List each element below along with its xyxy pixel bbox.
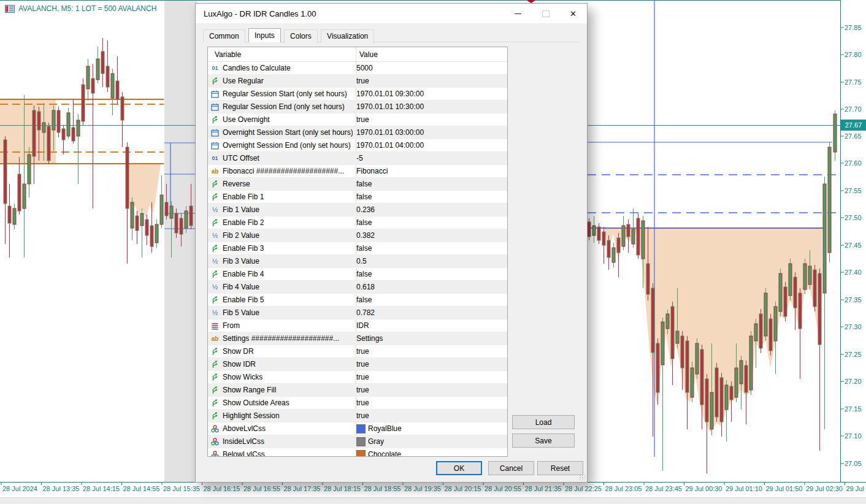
param-row[interactable]: Enable Fib 2false	[208, 216, 507, 229]
param-value[interactable]: true	[356, 373, 369, 381]
param-row[interactable]: Show Outside Areastrue	[208, 397, 507, 410]
param-row[interactable]: InsideLvlCssGray	[208, 435, 507, 448]
param-row[interactable]: AboveLvlCssRoyalBlue	[208, 422, 507, 435]
param-row[interactable]: Enable Fib 5false	[208, 294, 507, 307]
time-tick-label: 28 Jul 14:55	[123, 486, 160, 492]
param-row[interactable]: Enable Fib 4false	[208, 268, 507, 281]
param-value[interactable]: IDR	[356, 321, 369, 330]
param-row[interactable]: Show DRtrue	[208, 345, 507, 358]
color-type-icon	[211, 438, 219, 446]
tab-common[interactable]: Common	[203, 29, 245, 43]
param-value[interactable]: true	[356, 77, 369, 85]
param-value[interactable]: 1970.01.01 04:00:00	[356, 141, 424, 150]
time-tick-label: 28 Jul 23:05	[605, 486, 642, 492]
time-tick-label: 28 Jul 18:55	[364, 486, 401, 492]
param-value[interactable]: 1970.01.01 10:30:00	[356, 102, 424, 111]
param-value[interactable]: 0.236	[356, 205, 375, 214]
param-name: UTC Offset	[223, 154, 353, 162]
param-value[interactable]: true	[356, 347, 369, 356]
param-row[interactable]: Regular Session Start (only set hours)19…	[208, 88, 507, 101]
time-tick-label: 28 Jul 15:35	[163, 486, 200, 492]
param-row[interactable]: Use Overnighttrue	[208, 113, 507, 126]
param-row[interactable]: Show IDRtrue	[208, 358, 507, 371]
param-value[interactable]: 1970.01.01 09:30:00	[356, 90, 424, 98]
param-name: Fib 5 Value	[223, 308, 353, 317]
param-row[interactable]: abSettings ####################...Settin…	[208, 332, 507, 345]
inputs-table[interactable]: Variable Value 01Candles to Calculate500…	[207, 47, 508, 457]
param-value[interactable]: false	[356, 244, 372, 253]
param-value[interactable]: Gray	[356, 437, 384, 446]
param-value-text: RoyalBlue	[368, 424, 402, 433]
param-row[interactable]: ½Fib 4 Value0.618	[208, 281, 507, 294]
param-value[interactable]: true	[356, 115, 369, 124]
param-name: Use Overnight	[223, 115, 353, 124]
param-value[interactable]: 0.5	[356, 257, 367, 265]
dbl-type-icon: ½	[211, 283, 219, 291]
param-value[interactable]: RoyalBlue	[356, 424, 402, 433]
param-value[interactable]: false	[356, 180, 372, 188]
param-value[interactable]: Chocolate	[356, 450, 401, 457]
param-row[interactable]: Overnight Session Start (only set hours)…	[208, 126, 507, 139]
minimize-button[interactable]	[504, 4, 532, 23]
param-value-text: true	[356, 347, 369, 356]
param-row[interactable]: ½Fib 1 Value0.236	[208, 204, 507, 216]
param-value[interactable]: -5	[356, 154, 363, 162]
reset-button[interactable]: Reset	[537, 461, 583, 475]
time-tick-label: 28 Jul 14:15	[83, 486, 120, 492]
param-row[interactable]: Regular Session End (only set hours)1970…	[208, 101, 507, 113]
param-value[interactable]: false	[356, 218, 372, 227]
ok-button[interactable]: OK	[436, 461, 482, 475]
param-row[interactable]: Show Range Filltrue	[208, 384, 507, 397]
param-row[interactable]: BelowLvlCssChocolate	[208, 448, 507, 457]
param-row[interactable]: Use Regulartrue	[208, 75, 507, 88]
param-value-text: false	[356, 296, 372, 304]
param-row[interactable]: 01Candles to Calculate5000	[208, 62, 507, 75]
param-row[interactable]: Overnight Session End (only set hours)19…	[208, 139, 507, 152]
time-tick-label: 29 Jul 03:10	[846, 486, 866, 492]
param-name: Fibonacci ####################...	[223, 167, 353, 175]
param-value[interactable]: false	[356, 296, 372, 304]
param-value[interactable]: true	[356, 399, 369, 407]
param-row[interactable]: 01UTC Offset-5	[208, 152, 507, 165]
param-row[interactable]: Highlight Sessiontrue	[208, 410, 507, 422]
tab-visualization[interactable]: Visualization	[321, 29, 374, 43]
param-value[interactable]: true	[356, 360, 369, 368]
save-button[interactable]: Save	[512, 433, 575, 448]
maximize-button[interactable]	[532, 4, 559, 23]
price-tick-label: 27.10	[845, 433, 862, 440]
param-name: From	[223, 321, 353, 330]
param-value[interactable]: true	[356, 411, 369, 420]
close-button[interactable]: ✕	[559, 4, 587, 23]
param-row[interactable]: Show Wickstrue	[208, 371, 507, 384]
param-row[interactable]: Reversefalse	[208, 178, 507, 191]
minimize-icon	[515, 13, 521, 14]
price-tick-label: 27.85	[845, 25, 862, 31]
param-value[interactable]: false	[356, 270, 372, 278]
param-row[interactable]: ½Fib 2 Value0.382	[208, 229, 507, 242]
param-value[interactable]: true	[356, 386, 369, 394]
load-button[interactable]: Load	[512, 415, 575, 429]
param-row[interactable]: Enable Fib 3false	[208, 242, 507, 255]
param-value-text: false	[356, 193, 372, 201]
tab-colors[interactable]: Colors	[284, 29, 318, 43]
cancel-button[interactable]: Cancel	[488, 461, 534, 475]
param-row[interactable]: abFibonacci ####################...Fibon…	[208, 165, 507, 178]
param-value[interactable]: 0.382	[356, 231, 375, 240]
param-value[interactable]: 1970.01.01 03:00:00	[356, 128, 424, 137]
resize-grip[interactable]	[579, 474, 585, 480]
param-row[interactable]: Enable Fib 1false	[208, 191, 507, 204]
param-value[interactable]: Settings	[356, 334, 383, 343]
tab-inputs[interactable]: Inputs	[248, 28, 281, 42]
param-value[interactable]: 0.618	[356, 283, 375, 291]
param-value[interactable]: Fibonacci	[356, 167, 388, 175]
enum-type-icon	[211, 322, 219, 330]
param-value[interactable]: 0.782	[356, 308, 375, 317]
param-row[interactable]: ½Fib 5 Value0.782	[208, 307, 507, 319]
param-row[interactable]: FromIDR	[208, 319, 507, 332]
param-row[interactable]: ½Fib 3 Value0.5	[208, 255, 507, 268]
param-value[interactable]: false	[356, 193, 372, 201]
bool-type-icon	[211, 270, 219, 278]
dialog-titlebar[interactable]: LuxAlgo - DR IDR Candles 1.00 ✕	[196, 4, 587, 23]
param-value-text: 0.382	[356, 231, 375, 240]
param-value[interactable]: 5000	[356, 64, 373, 72]
